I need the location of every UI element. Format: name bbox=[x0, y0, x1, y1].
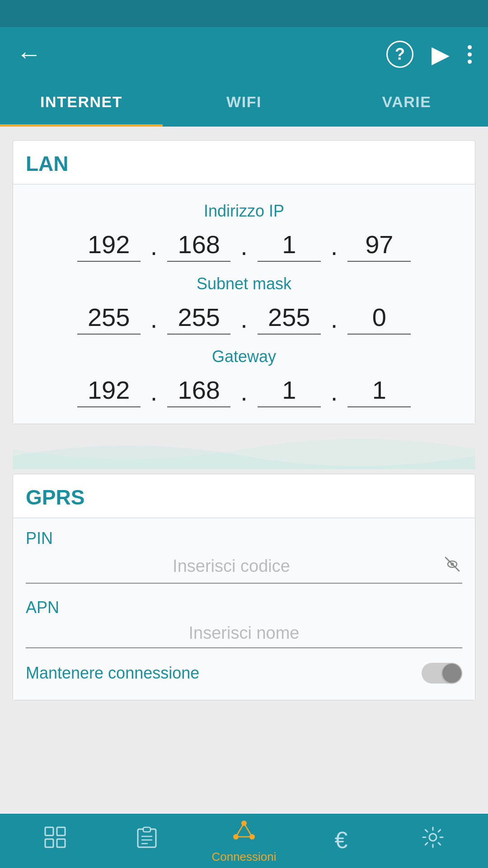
nav-item-settings[interactable] bbox=[406, 826, 460, 857]
bottom-navigation: Connessioni € bbox=[0, 814, 488, 868]
gateway-octet-4: 1 bbox=[338, 375, 420, 407]
ip-value-3[interactable]: 1 bbox=[258, 230, 321, 262]
nav-item-clipboard[interactable] bbox=[120, 826, 174, 857]
gprs-card-body: PIN APN Mantenere connessio bbox=[13, 518, 475, 700]
svg-line-15 bbox=[236, 823, 244, 837]
subnet-row: 255 . 255 . 255 . 0 bbox=[26, 302, 462, 335]
ip-dot-2: . bbox=[240, 234, 248, 262]
gateway-label: Gateway bbox=[26, 347, 462, 366]
subnet-octet-2: 255 bbox=[158, 302, 239, 335]
pin-input[interactable] bbox=[26, 557, 437, 576]
svg-rect-6 bbox=[57, 839, 65, 847]
apn-input[interactable] bbox=[26, 623, 462, 643]
gateway-value-1[interactable]: 192 bbox=[77, 375, 141, 407]
subnet-octet-3: 255 bbox=[249, 302, 330, 335]
ip-dot-3: . bbox=[331, 234, 338, 262]
gprs-title: GPRS bbox=[26, 486, 84, 509]
ip-octet-3: 1 bbox=[249, 230, 330, 262]
settings-icon bbox=[421, 826, 445, 854]
ip-value-4[interactable]: 97 bbox=[347, 230, 411, 262]
maintain-toggle[interactable] bbox=[422, 663, 462, 684]
connections-icon bbox=[232, 819, 256, 847]
subnet-label: Subnet mask bbox=[26, 274, 462, 293]
subnet-value-4[interactable]: 0 bbox=[347, 302, 411, 335]
tab-internet[interactable]: INTERNET bbox=[0, 81, 163, 127]
ip-octet-4: 97 bbox=[338, 230, 420, 262]
toggle-visibility-icon[interactable] bbox=[442, 554, 462, 578]
subnet-dot-3: . bbox=[331, 307, 338, 335]
ip-dot-1: . bbox=[150, 234, 158, 262]
svg-rect-8 bbox=[143, 827, 150, 832]
subnet-value-2[interactable]: 255 bbox=[167, 302, 230, 335]
tab-bar: INTERNET WIFI VARIE bbox=[0, 81, 488, 127]
ip-octet-1: 192 bbox=[68, 230, 150, 262]
lan-card: LAN Indirizzo IP 192 . 168 . 1 . 97 bbox=[13, 140, 475, 424]
maintain-connection-row: Mantenere connessione bbox=[26, 663, 462, 684]
svg-point-18 bbox=[429, 834, 436, 841]
gprs-card: GPRS PIN APN bbox=[13, 474, 475, 700]
gprs-card-header: GPRS bbox=[13, 474, 475, 518]
ip-value-2[interactable]: 168 bbox=[167, 230, 230, 262]
ip-label: Indirizzo IP bbox=[26, 202, 462, 221]
nav-item-connections[interactable]: Connessioni bbox=[211, 819, 276, 864]
svg-rect-4 bbox=[57, 827, 65, 835]
subnet-dot-2: . bbox=[240, 307, 248, 335]
subnet-value-1[interactable]: 255 bbox=[77, 302, 141, 335]
gateway-octet-3: 1 bbox=[249, 375, 330, 407]
gateway-value-3[interactable]: 1 bbox=[258, 375, 321, 407]
pin-label: PIN bbox=[26, 529, 462, 548]
content-area: LAN Indirizzo IP 192 . 168 . 1 . 97 bbox=[0, 127, 488, 814]
nav-item-euro[interactable]: € bbox=[314, 826, 368, 856]
header: ← ? ▶ bbox=[0, 27, 488, 81]
clipboard-icon bbox=[136, 826, 158, 854]
maintain-label: Mantenere connessione bbox=[26, 664, 199, 683]
euro-icon: € bbox=[334, 826, 347, 854]
lan-card-body: Indirizzo IP 192 . 168 . 1 . 97 Subn bbox=[13, 184, 475, 424]
subnet-octet-1: 255 bbox=[68, 302, 150, 335]
subnet-dot-1: . bbox=[150, 307, 158, 335]
apn-label: APN bbox=[26, 598, 462, 617]
status-bar bbox=[0, 0, 488, 27]
gateway-dot-2: . bbox=[240, 379, 248, 407]
lan-card-header: LAN bbox=[13, 141, 475, 184]
gateway-dot-1: . bbox=[150, 379, 158, 407]
ip-address-row: 192 . 168 . 1 . 97 bbox=[26, 230, 462, 262]
send-icon[interactable]: ▶ bbox=[432, 41, 450, 68]
svg-rect-3 bbox=[45, 827, 53, 835]
help-icon[interactable]: ? bbox=[386, 41, 413, 68]
nav-item-grid[interactable] bbox=[28, 826, 82, 857]
subnet-value-3[interactable]: 255 bbox=[258, 302, 321, 335]
ip-value-1[interactable]: 192 bbox=[77, 230, 141, 262]
grid-icon bbox=[43, 826, 67, 854]
gateway-value-2[interactable]: 168 bbox=[167, 375, 230, 407]
subnet-octet-4: 0 bbox=[338, 302, 420, 335]
lan-title: LAN bbox=[26, 152, 69, 175]
pin-input-row bbox=[26, 554, 462, 584]
nav-label-connections: Connessioni bbox=[211, 850, 276, 864]
toggle-knob bbox=[442, 664, 461, 683]
gateway-octet-2: 168 bbox=[158, 375, 239, 407]
wave-decoration bbox=[13, 429, 475, 469]
ip-octet-2: 168 bbox=[158, 230, 239, 262]
gateway-octet-1: 192 bbox=[68, 375, 150, 407]
gateway-row: 192 . 168 . 1 . 1 bbox=[26, 375, 462, 407]
tab-varie[interactable]: VARIE bbox=[325, 81, 488, 127]
svg-line-16 bbox=[244, 823, 252, 837]
gateway-dot-3: . bbox=[331, 379, 338, 407]
tab-wifi[interactable]: WIFI bbox=[163, 81, 325, 127]
apn-input-row bbox=[26, 623, 462, 648]
more-options-icon[interactable] bbox=[468, 45, 472, 64]
gateway-value-4[interactable]: 1 bbox=[347, 375, 411, 407]
svg-rect-5 bbox=[45, 839, 53, 847]
back-icon[interactable]: ← bbox=[16, 42, 42, 67]
